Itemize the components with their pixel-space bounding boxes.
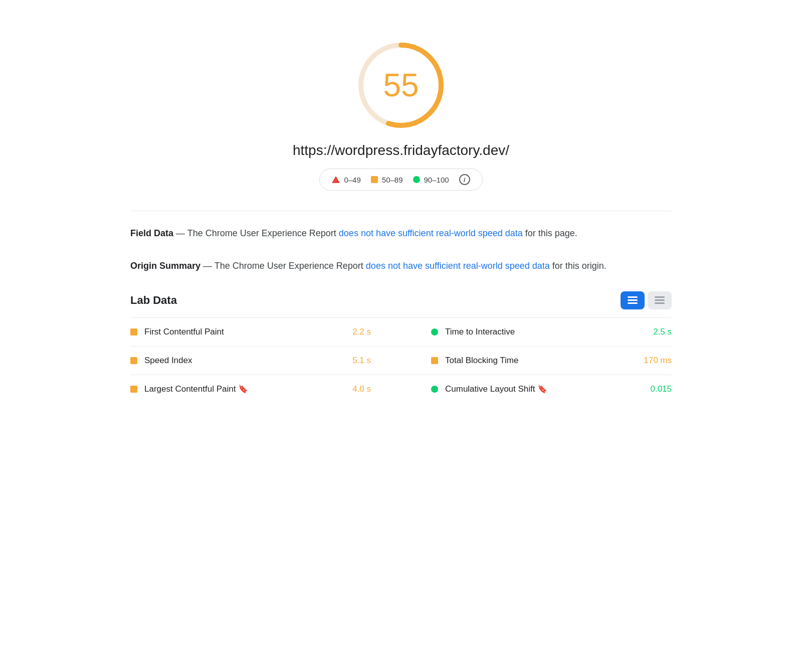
view-toggle [621, 291, 672, 309]
divider [130, 211, 672, 211]
score-legend: 0–49 50–89 90–100 i [319, 169, 482, 191]
si-status-icon [130, 357, 137, 364]
field-data-link[interactable]: does not have sufficient real-world spee… [339, 228, 523, 238]
origin-summary-prefix: — The Chrome User Experience Report [200, 261, 366, 271]
fcp-label: First Contentful Paint [144, 327, 345, 337]
metric-lcp: Largest Contentful Paint 🔖 4.0 s [130, 375, 401, 403]
avg-icon [371, 176, 378, 183]
field-data-prefix: — The Chrome User Experience Report [173, 228, 339, 238]
lcp-status-icon [130, 386, 137, 393]
cls-value: 0.015 [650, 384, 672, 394]
tti-value: 2.5 s [653, 327, 672, 337]
lcp-value: 4.0 s [352, 384, 371, 394]
fail-icon [332, 176, 340, 183]
legend-pass: 90–100 [413, 176, 449, 184]
metric-tti: Time to Interactive 2.5 s [401, 317, 672, 346]
lcp-label: Largest Contentful Paint 🔖 [144, 384, 345, 394]
si-value: 5.1 s [352, 356, 371, 366]
metrics-grid: First Contentful Paint 2.2 s Time to Int… [130, 317, 672, 403]
list-icon [655, 296, 665, 304]
fcp-status-icon [130, 328, 137, 335]
tti-label: Time to Interactive [445, 327, 646, 337]
legend-avg: 50–89 [371, 176, 403, 184]
legend-avg-label: 50–89 [382, 176, 403, 184]
lab-data-header: Lab Data [130, 291, 672, 309]
lab-data-title: Lab Data [130, 294, 177, 307]
origin-summary-label: Origin Summary [130, 261, 200, 271]
tbt-label: Total Blocking Time [445, 356, 637, 366]
lab-data-section: Lab Data [130, 291, 672, 403]
cls-status-icon [431, 386, 438, 393]
fcp-value: 2.2 s [352, 327, 371, 337]
field-data-suffix: for this page. [523, 228, 577, 238]
tbt-value: 170 ms [644, 356, 672, 366]
si-label: Speed Index [144, 356, 345, 366]
pass-icon [413, 176, 420, 183]
field-data-label: Field Data [130, 228, 173, 238]
cls-label: Cumulative Layout Shift 🔖 [445, 384, 643, 394]
origin-summary-link[interactable]: does not have sufficient real-world spee… [366, 261, 550, 271]
lcp-bookmark-icon: 🔖 [238, 385, 248, 393]
metric-tbt: Total Blocking Time 170 ms [401, 346, 672, 375]
score-section: 55 https://wordpress.fridayfactory.dev/ … [130, 20, 672, 206]
metric-fcp: First Contentful Paint 2.2 s [130, 317, 401, 346]
origin-summary-section: Origin Summary — The Chrome User Experie… [130, 259, 672, 273]
cls-bookmark-icon: 🔖 [537, 385, 547, 393]
score-circle: 55 [356, 40, 446, 130]
list-view-button[interactable] [648, 291, 672, 309]
score-value: 55 [383, 69, 419, 101]
grid-view-button[interactable] [621, 291, 645, 309]
legend-pass-label: 90–100 [424, 176, 449, 184]
page-url: https://wordpress.fridayfactory.dev/ [293, 142, 509, 158]
metric-cls: Cumulative Layout Shift 🔖 0.015 [401, 375, 672, 403]
origin-summary-suffix: for this origin. [550, 261, 607, 271]
field-data-section: Field Data — The Chrome User Experience … [130, 226, 672, 241]
tti-status-icon [431, 328, 438, 335]
info-button[interactable]: i [459, 174, 470, 185]
metric-si: Speed Index 5.1 s [130, 346, 401, 375]
legend-fail-label: 0–49 [344, 176, 360, 184]
legend-fail: 0–49 [332, 176, 360, 184]
grid-icon [628, 296, 638, 304]
tbt-status-icon [431, 357, 438, 364]
